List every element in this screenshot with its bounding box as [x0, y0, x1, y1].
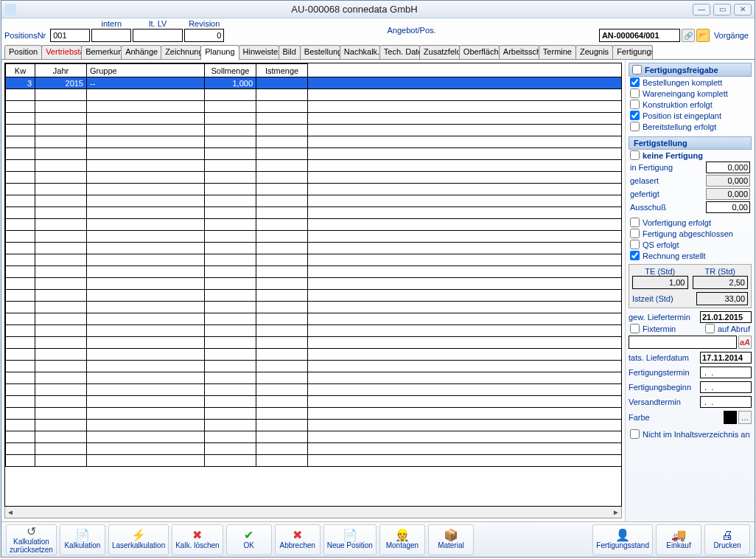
- table-row[interactable]: [6, 207, 622, 219]
- btn-ok[interactable]: ✔OK: [226, 524, 272, 555]
- tab-bemerkung[interactable]: Bemerkung: [81, 45, 122, 59]
- tab-position[interactable]: Position: [4, 45, 42, 59]
- color-ellipsis-button[interactable]: …: [738, 411, 752, 424]
- btn-kalkulation[interactable]: ↺Kalkulationzurücksetzen: [6, 524, 57, 555]
- tab-zusatzfeld[interactable]: Zusatzfeld: [419, 45, 460, 59]
- table-row[interactable]: [6, 172, 622, 184]
- table-row[interactable]: [6, 266, 622, 278]
- table-row[interactable]: [6, 290, 622, 302]
- table-row[interactable]: [6, 361, 622, 372]
- link-icon[interactable]: 🔗: [682, 29, 695, 42]
- tab-bestellung[interactable]: Bestellung: [300, 45, 340, 59]
- table-row[interactable]: [6, 325, 622, 337]
- tab-arbeitssch[interactable]: Arbeitssch: [499, 45, 539, 59]
- check-konstruktion-erfolgt[interactable]: [630, 100, 640, 109]
- col-jahr[interactable]: Jahr: [35, 64, 87, 77]
- close-button[interactable]: ✕: [734, 4, 752, 15]
- btn-kalk.-löschen[interactable]: ✖Kalk. löschen: [172, 524, 223, 555]
- table-row[interactable]: [6, 101, 622, 113]
- folder-icon[interactable]: 📂: [696, 29, 710, 42]
- col-istmenge[interactable]: Istmenge: [256, 64, 308, 77]
- tab-oberfläche[interactable]: Oberfläche: [459, 45, 500, 59]
- fertigungsbeginn-input[interactable]: [700, 381, 752, 393]
- tab-fertigungss[interactable]: Fertigungss: [612, 45, 653, 59]
- table-row[interactable]: [6, 195, 622, 207]
- table-row[interactable]: [6, 302, 622, 313]
- table-row[interactable]: [6, 231, 622, 243]
- col-gruppe[interactable]: Gruppe: [87, 64, 205, 77]
- table-row[interactable]: [6, 349, 622, 361]
- table-row[interactable]: [6, 431, 622, 443]
- btn-einkauf[interactable]: 🚚Einkauf: [656, 524, 701, 555]
- table-row[interactable]: [6, 254, 622, 266]
- check-fertigung-abgeschlossen[interactable]: [630, 229, 640, 238]
- table-row[interactable]: [6, 219, 622, 231]
- auf-abruf-checkbox[interactable]: [705, 324, 715, 333]
- btn-abbrechen[interactable]: ✖Abbrechen: [275, 524, 321, 555]
- horizontal-scrollbar[interactable]: ◄►: [4, 507, 622, 518]
- table-row[interactable]: [6, 278, 622, 290]
- table-row[interactable]: [6, 148, 622, 160]
- table-row[interactable]: [6, 184, 622, 195]
- minimize-button[interactable]: —: [693, 4, 710, 15]
- table-row[interactable]: 32015--1,000: [6, 77, 622, 89]
- table-row[interactable]: [6, 337, 622, 349]
- check-position-ist-eingeplant[interactable]: [630, 111, 640, 120]
- check-vorfertigung-erfolgt[interactable]: [630, 218, 640, 227]
- tab-planung[interactable]: Planung: [200, 45, 239, 60]
- tab-nachkalk.[interactable]: Nachkalk.: [340, 45, 380, 59]
- btn-material[interactable]: 📦Material: [428, 524, 474, 555]
- table-row[interactable]: [6, 372, 622, 384]
- maximize-button[interactable]: ▭: [713, 4, 731, 15]
- check-rechnung-erstellt[interactable]: [630, 251, 640, 260]
- versandtermin-input[interactable]: [700, 396, 752, 408]
- btn-neue-position[interactable]: 📄Neue Position: [323, 524, 377, 555]
- table-row[interactable]: [6, 243, 622, 254]
- btn-drucken[interactable]: 🖨Drucken: [704, 524, 750, 555]
- tab-zeichnung[interactable]: Zeichnung: [161, 45, 201, 59]
- col-sollmenge[interactable]: Sollmenge: [205, 64, 256, 77]
- tab-tech. date[interactable]: Tech. Date: [379, 45, 420, 59]
- field-in-fertigung[interactable]: [706, 162, 750, 173]
- gew-liefertermin-input[interactable]: [700, 311, 752, 323]
- table-row[interactable]: [6, 443, 622, 455]
- fixtermin-checkbox[interactable]: [630, 324, 640, 333]
- planning-grid[interactable]: KwJahrGruppeSollmengeIstmenge32015--1,00…: [4, 63, 622, 507]
- tab-termine[interactable]: Termine: [539, 45, 576, 59]
- keine-fertigung-checkbox[interactable]: [630, 150, 640, 160]
- table-row[interactable]: [6, 384, 622, 396]
- abruf-text-input[interactable]: [629, 336, 737, 349]
- nicht-iv-checkbox[interactable]: [630, 429, 640, 439]
- freigabe-checkbox[interactable]: [632, 65, 642, 74]
- table-row[interactable]: [6, 125, 622, 136]
- btn-laserkalkulation[interactable]: ⚡Laserkalkulation: [108, 524, 169, 555]
- btn-fertigungsstand[interactable]: 👤Fertigungsstand: [592, 524, 653, 555]
- revision-input[interactable]: [184, 29, 224, 42]
- table-row[interactable]: [6, 160, 622, 172]
- fertigungstermin-input[interactable]: [700, 367, 752, 378]
- table-row[interactable]: [6, 396, 622, 408]
- check-wareneingang-komplett[interactable]: [630, 88, 640, 98]
- tats-lieferdatum-input[interactable]: [700, 352, 752, 364]
- tab-bild[interactable]: Bild: [279, 45, 301, 59]
- ltlv-input[interactable]: [133, 29, 183, 42]
- tab-vertriebsta[interactable]: Vertriebsta: [41, 45, 82, 59]
- btn-montagen[interactable]: 👷Montagen: [379, 524, 425, 555]
- table-row[interactable]: [6, 136, 622, 148]
- table-row[interactable]: [6, 408, 622, 420]
- positionsnr-input[interactable]: [50, 29, 90, 42]
- font-icon[interactable]: aA: [738, 336, 752, 349]
- intern-input[interactable]: [91, 29, 131, 42]
- field-ausschuß[interactable]: [706, 201, 750, 213]
- table-row[interactable]: [6, 89, 622, 101]
- btn-kalkulation[interactable]: 📄Kalkulation: [60, 524, 105, 555]
- check-qs-erfolgt[interactable]: [630, 240, 640, 249]
- table-row[interactable]: [6, 313, 622, 325]
- tab-anhänge[interactable]: Anhänge: [121, 45, 161, 59]
- table-row[interactable]: [6, 455, 622, 467]
- check-bestellungen-komplett[interactable]: [630, 77, 640, 87]
- angebot-input[interactable]: [599, 29, 680, 42]
- check-bereitstellung-erfolgt[interactable]: [630, 122, 640, 131]
- table-row[interactable]: [6, 420, 622, 431]
- vorgaenge-link[interactable]: Vorgänge: [714, 31, 749, 40]
